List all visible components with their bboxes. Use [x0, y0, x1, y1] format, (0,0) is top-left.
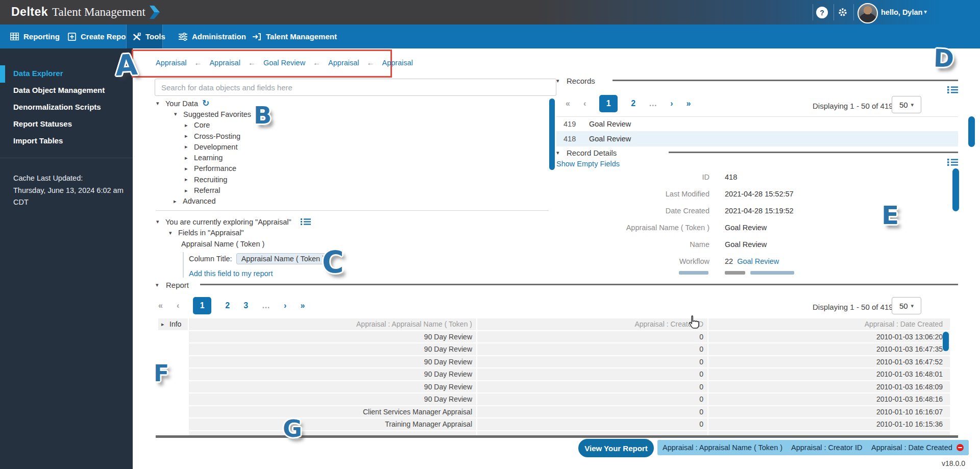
search-input[interactable] — [155, 79, 556, 96]
nav-tab-talent-management[interactable]: Talent Management — [247, 24, 343, 48]
remove-field-icon[interactable] — [957, 444, 964, 451]
caret-down-icon[interactable]: ▾ — [174, 111, 179, 117]
caret-down-icon[interactable]: ▾ — [556, 150, 561, 156]
user-menu-caret-icon[interactable]: ▾ — [924, 8, 927, 15]
tree-item-advanced[interactable]: ▸ Advanced — [155, 196, 553, 207]
left-panel-scrollbar[interactable] — [549, 98, 555, 170]
cache-updated-value: Thursday, June 13, 2024 6:02 am CDT — [13, 185, 128, 208]
user-avatar[interactable] — [857, 3, 878, 23]
workflow-value-link[interactable]: Goal Review — [737, 257, 779, 265]
breadcrumb-item[interactable]: Appraisal — [328, 59, 359, 67]
nav-tab-reporting[interactable]: Reporting — [4, 24, 66, 48]
breadcrumb-item[interactable]: Appraisal — [209, 59, 240, 67]
sidebar-item-data-explorer[interactable]: Data Explorer — [13, 68, 126, 79]
report-table-scrollbar[interactable] — [943, 332, 949, 351]
sidebar-item-data-object-management[interactable]: Data Object Management — [13, 85, 126, 96]
page-button[interactable]: 2 — [631, 99, 635, 108]
column-header-date-created[interactable]: Appraisal : Date Created — [708, 318, 950, 330]
record-id: 418 — [564, 135, 579, 143]
prev-page-button[interactable]: ‹ — [177, 301, 179, 310]
report-field-chip-appraisal-name[interactable]: Appraisal : Appraisal Name ( Token ) — [657, 440, 799, 455]
tree-item-referral[interactable]: ▸ Referral — [155, 185, 553, 195]
next-page-button[interactable]: › — [670, 99, 673, 108]
first-page-button[interactable]: « — [566, 99, 570, 108]
add-field-link[interactable]: Add this field to my report — [189, 269, 273, 278]
workflow-label-link[interactable]: Workflow — [556, 257, 709, 265]
report-field-chip-creator-id[interactable]: Appraisal : Creator ID — [786, 440, 878, 455]
report-page-size-select[interactable]: 50 ▾ — [892, 297, 921, 314]
help-icon[interactable]: ? — [816, 7, 828, 18]
caret-right-icon[interactable]: ▸ — [185, 122, 190, 129]
record-list-item[interactable]: 419 Goal Review — [556, 117, 958, 131]
breadcrumb-item[interactable]: Appraisal — [156, 59, 186, 67]
chip-label: Appraisal : Appraisal Name ( Token ) — [663, 443, 782, 452]
caret-right-icon[interactable]: ▸ — [174, 198, 179, 205]
header-separator — [853, 4, 854, 20]
breadcrumb-item[interactable]: Goal Review — [263, 59, 305, 67]
caret-right-icon[interactable]: ▸ — [185, 155, 190, 161]
column-header-creator-id[interactable]: Appraisal : Creator ID — [477, 318, 707, 330]
nav-tab-tools[interactable]: Tools — [126, 24, 163, 48]
tree-item-core[interactable]: ▸ Core — [155, 120, 553, 131]
bullet-list-icon[interactable] — [947, 158, 958, 168]
numbered-list-icon[interactable] — [947, 86, 958, 96]
sidebar-item-import-tables[interactable]: Import Tables — [13, 135, 126, 146]
settings-gear-icon[interactable] — [838, 7, 848, 19]
caret-right-icon[interactable]: ▸ — [185, 165, 190, 172]
detail-label: Date Created — [556, 207, 709, 215]
show-empty-fields-link[interactable]: Show Empty Fields — [556, 160, 620, 168]
caret-down-icon[interactable]: ▾ — [156, 282, 161, 288]
caret-right-icon[interactable]: ▸ — [161, 321, 166, 328]
page-button-current[interactable]: 1 — [193, 297, 211, 314]
column-header-appraisal-name[interactable]: Appraisal : Appraisal Name ( Token ) — [189, 318, 476, 330]
page-size-value: 50 — [899, 302, 908, 310]
records-list-scrollbar[interactable] — [968, 116, 975, 147]
user-greeting[interactable]: hello, Dylan — [881, 8, 922, 16]
caret-down-icon[interactable]: ▾ — [556, 78, 561, 84]
tree-item-development[interactable]: ▸ Development — [155, 141, 553, 152]
info-column-header[interactable]: ▸ Info — [158, 318, 188, 330]
last-page-button[interactable]: » — [300, 301, 305, 310]
record-list-item-selected[interactable]: 418 Goal Review — [556, 131, 958, 146]
caret-down-icon[interactable]: ▾ — [156, 218, 161, 225]
next-page-button[interactable]: › — [284, 301, 286, 310]
table-cell: 0 — [477, 343, 707, 355]
tree-item-your-data[interactable]: ▾ Your Data ↻ — [155, 98, 553, 109]
field-item[interactable]: Appraisal Name ( Token ) — [155, 238, 553, 250]
annotation-letter-g: G — [283, 417, 302, 440]
records-section-header[interactable]: ▾ Records — [556, 77, 595, 85]
breadcrumb-item[interactable]: Appraisal — [382, 59, 413, 67]
report-field-chip-date-created[interactable]: Appraisal : Date Created — [866, 440, 969, 455]
refresh-icon[interactable]: ↻ — [202, 100, 209, 107]
tree-item-cross-posting[interactable]: ▸ Cross-Posting — [155, 131, 553, 141]
nav-tab-administration[interactable]: Administration — [173, 24, 252, 48]
tree-item-recruiting[interactable]: ▸ Recruiting — [155, 174, 553, 185]
column-title-value[interactable]: Appraisal Name ( Token ) — [236, 253, 330, 264]
caret-down-icon[interactable]: ▾ — [169, 230, 174, 236]
caret-right-icon[interactable]: ▸ — [185, 187, 190, 194]
tree-item-learning[interactable]: ▸ Learning — [155, 152, 553, 163]
caret-right-icon[interactable]: ▸ — [185, 176, 190, 183]
sidebar-item-report-statuses[interactable]: Report Statuses — [13, 118, 126, 130]
caret-right-icon[interactable]: ▸ — [185, 143, 190, 150]
page-button-current[interactable]: 1 — [599, 95, 618, 112]
page-button[interactable]: 3 — [243, 301, 248, 310]
prev-page-button[interactable]: ‹ — [583, 99, 586, 108]
exploring-header[interactable]: ▾ You are currently exploring "Appraisal… — [155, 216, 553, 228]
help-glyph: ? — [820, 9, 824, 17]
tree-item-performance[interactable]: ▸ Performance — [155, 163, 553, 174]
last-page-button[interactable]: » — [686, 99, 691, 108]
tree-item-suggested-favorites[interactable]: ▾ Suggested Favorites — [155, 109, 553, 119]
caret-right-icon[interactable]: ▸ — [185, 133, 190, 139]
view-your-report-button[interactable]: View Your Report — [578, 439, 654, 457]
list-icon[interactable] — [301, 218, 311, 226]
record-details-header[interactable]: ▾ Record Details — [556, 149, 617, 157]
record-details-scrollbar[interactable] — [952, 168, 959, 211]
fields-in-header[interactable]: ▾ Fields in "Appraisal" — [155, 228, 553, 239]
records-page-size-select[interactable]: 50 ▾ — [892, 96, 921, 113]
sidebar-item-denormalization-scripts[interactable]: Denormalization Scripts — [13, 102, 126, 113]
first-page-button[interactable]: « — [158, 301, 163, 310]
page-button[interactable]: 2 — [225, 301, 230, 310]
report-section-header[interactable]: ▾ Report — [156, 281, 189, 289]
caret-down-icon[interactable]: ▾ — [156, 100, 161, 107]
